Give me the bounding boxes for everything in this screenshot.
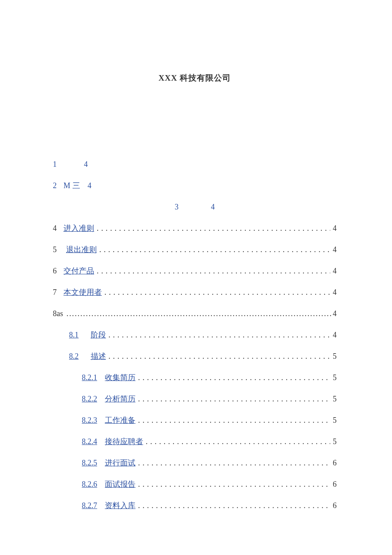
- toc-entry-8-2-5[interactable]: 8.2.5 进行面试 6: [53, 459, 337, 467]
- toc-leader: [109, 352, 331, 360]
- company-title: XXX 科技有限公司: [53, 73, 337, 84]
- toc-entry-8-2-6[interactable]: 8.2.6 面试报告 6: [53, 480, 337, 488]
- toc-num: 8.2.6: [82, 480, 97, 488]
- document-page: XXX 科技有限公司 1 4 2 M 三 4 3 4 4 进入准则 4: [0, 0, 392, 555]
- toc-label: 本文使用者: [63, 288, 102, 296]
- toc-entry-6[interactable]: 6 交付产品 4: [53, 267, 337, 275]
- toc-num: 8.2.3: [82, 416, 97, 424]
- toc-leader: [109, 331, 331, 339]
- toc-num: 8.1: [69, 331, 79, 339]
- toc-page: 5: [333, 374, 337, 381]
- toc-page: 5: [333, 395, 337, 403]
- toc-num: 8.2: [69, 352, 79, 360]
- toc-label: 收集简历: [105, 374, 135, 381]
- toc-label: 面试报告: [105, 480, 135, 488]
- toc-num: 8.2.2: [82, 395, 97, 403]
- toc-leader: [138, 395, 330, 403]
- toc-leader: [97, 224, 330, 232]
- toc-leader: [66, 310, 331, 317]
- toc-entry-4[interactable]: 4 进入准则 4: [53, 224, 337, 232]
- toc-leader: [138, 416, 330, 424]
- toc-page: 4: [333, 224, 337, 232]
- toc-page: 4: [333, 267, 337, 275]
- toc-label: 进入准则: [63, 224, 94, 232]
- toc-label: 退出准则: [66, 246, 97, 253]
- toc-page: 4: [333, 331, 337, 339]
- toc-page: 4: [333, 288, 337, 296]
- toc-entry-3: 3 4: [53, 203, 337, 211]
- toc-label: 接待应聘者: [105, 438, 143, 445]
- toc-label: 阶段: [91, 331, 106, 339]
- toc-num: 2: [53, 182, 57, 189]
- toc-label: 分析简历: [105, 395, 135, 403]
- toc-entry-2: 2 M 三 4: [53, 182, 337, 189]
- toc-num: 1: [53, 160, 57, 168]
- toc-leader: [138, 374, 330, 381]
- toc-num: 7: [53, 288, 57, 296]
- toc-num: 4: [53, 224, 57, 232]
- toc-entry-7[interactable]: 7 本文使用者 4: [53, 288, 337, 296]
- toc-num: 3: [175, 203, 179, 211]
- toc-page: 6: [333, 459, 337, 467]
- toc-num: 6: [53, 267, 57, 275]
- toc-leader: [146, 438, 330, 445]
- toc-page: 4: [333, 246, 337, 253]
- toc-entry-8-2-3[interactable]: 8.2.3 工作准备 5: [53, 416, 337, 424]
- toc-label: 描述: [91, 352, 106, 360]
- table-of-contents: 1 4 2 M 三 4 3 4 4 进入准则 4 5 退出准则: [53, 160, 337, 509]
- toc-num: 5: [53, 246, 57, 253]
- toc-num: 8.2.1: [82, 374, 97, 381]
- toc-entry-8-2-1[interactable]: 8.2.1 收集简历 5: [53, 374, 337, 381]
- toc-leader: [99, 246, 330, 253]
- toc-leader: [97, 267, 330, 275]
- toc-page: 6: [333, 502, 337, 509]
- toc-page: 4: [88, 182, 92, 189]
- toc-page: 4: [333, 310, 337, 317]
- toc-entry-1: 1 4: [53, 160, 337, 168]
- toc-entry-8-2[interactable]: 8.2 描述 5: [53, 352, 337, 360]
- toc-num: 8.2.4: [82, 438, 97, 445]
- toc-label: M 三: [63, 182, 80, 189]
- toc-entry-5[interactable]: 5 退出准则 4: [53, 246, 337, 253]
- toc-leader: [104, 288, 330, 296]
- toc-entry-8-1[interactable]: 8.1 阶段 4: [53, 331, 337, 339]
- toc-leader: [138, 502, 330, 509]
- toc-entry-8-2-7[interactable]: 8.2.7 资料入库 6: [53, 502, 337, 509]
- toc-num: 8.2.7: [82, 502, 97, 509]
- toc-leader: [138, 480, 330, 488]
- toc-page: 5: [333, 352, 337, 360]
- toc-num: 8.2.5: [82, 459, 97, 467]
- toc-page: 5: [333, 438, 337, 445]
- toc-label: 进行面试: [105, 459, 135, 467]
- toc-page: 4: [211, 203, 215, 211]
- toc-entry-8-2-2[interactable]: 8.2.2 分析简历 5: [53, 395, 337, 403]
- toc-page: 5: [333, 416, 337, 424]
- toc-entry-8-2-4[interactable]: 8.2.4 接待应聘者 5: [53, 438, 337, 445]
- toc-page: 6: [333, 480, 337, 488]
- toc-leader: [138, 459, 330, 467]
- toc-label: 交付产品: [63, 267, 94, 275]
- toc-page: 4: [84, 160, 88, 168]
- toc-num: 8as: [53, 310, 63, 317]
- toc-label: 工作准备: [105, 416, 135, 424]
- toc-label: 资料入库: [105, 502, 135, 509]
- toc-entry-8: 8as 4: [53, 310, 337, 317]
